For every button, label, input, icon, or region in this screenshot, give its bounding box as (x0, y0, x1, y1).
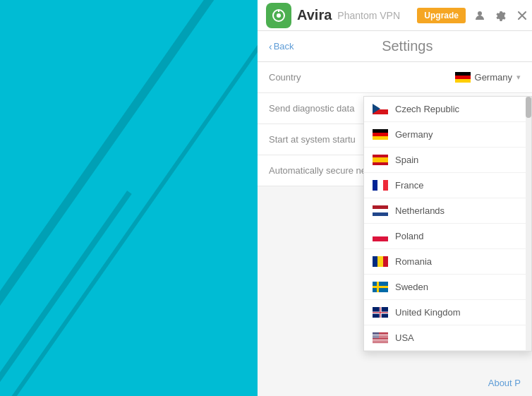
selected-country-name: Germany (475, 72, 512, 83)
app-subtitle: Phantom VPN (337, 10, 400, 21)
country-name-nl: Netherlands (395, 205, 445, 216)
fr-flag (373, 180, 388, 191)
country-name-se: Sweden (395, 282, 428, 292)
cz-flag (373, 104, 388, 114)
settings-icon-button[interactable] (491, 6, 511, 25)
back-label: Back (274, 41, 294, 52)
country-name-fr: France (395, 180, 423, 191)
list-item[interactable]: United Kingdom (364, 300, 531, 325)
upgrade-button[interactable]: Upgrade (417, 8, 466, 23)
title-bar: Avira Phantom VPN Upgrade (258, 0, 532, 31)
send-diagnostic-label: Send diagnostic data (269, 103, 354, 114)
about-link[interactable]: About P (488, 378, 521, 388)
pl-flag (373, 231, 388, 241)
nl-flag (373, 205, 388, 216)
country-selector[interactable]: Germany ▾ (455, 72, 521, 83)
country-dropdown[interactable]: Czech Republic Germany Spain (363, 96, 532, 352)
gb-flag (373, 307, 388, 318)
settings-title: Settings (294, 38, 521, 54)
app-logo-icon (266, 3, 291, 28)
country-name-es: Spain (395, 155, 418, 165)
settings-footer: About P (258, 369, 532, 396)
settings-header: ‹ Back Settings (258, 31, 532, 62)
us-flag (373, 332, 388, 343)
list-item[interactable]: France (364, 173, 531, 198)
country-name-pl: Poland (395, 231, 423, 241)
back-button[interactable]: ‹ Back (269, 41, 294, 52)
list-item[interactable]: Romania (364, 249, 531, 275)
list-item[interactable]: Sweden (364, 275, 531, 300)
country-name-us: USA (395, 332, 414, 343)
close-icon (518, 11, 526, 20)
app-panel: Avira Phantom VPN Upgrade (258, 0, 532, 396)
country-name-cz: Czech Republic (395, 104, 459, 114)
list-item[interactable]: Germany (364, 122, 531, 148)
title-bar-actions: Upgrade (417, 0, 532, 30)
list-item[interactable]: Spain (364, 148, 531, 173)
list-item[interactable]: USA (364, 325, 531, 351)
svg-point-3 (478, 11, 482, 16)
start-at-startup-label: Start at system startu (269, 134, 356, 145)
scrollbar-thumb[interactable] (526, 97, 531, 118)
country-name-de: Germany (395, 129, 433, 140)
svg-point-1 (277, 13, 281, 18)
scrollbar-track[interactable] (526, 97, 531, 351)
app-name: Avira (297, 7, 332, 23)
country-row: Country Germany ▾ (258, 62, 532, 93)
back-arrow-icon: ‹ (269, 41, 272, 52)
list-item[interactable]: Poland (364, 224, 531, 249)
logo-area: Avira Phantom VPN (266, 3, 400, 28)
bg-line-1 (0, 0, 226, 396)
germany-flag (455, 72, 471, 83)
country-name-ro: Romania (395, 256, 432, 267)
chevron-down-icon: ▾ (516, 73, 521, 82)
country-name-gb: United Kingdom (395, 307, 461, 318)
bg-line-3 (0, 191, 132, 396)
se-flag (373, 282, 388, 292)
es-flag (373, 155, 388, 165)
ro-flag (373, 256, 388, 267)
settings-content: Country Germany ▾ Send diagnostic data S… (258, 62, 532, 369)
user-icon (474, 10, 485, 21)
user-icon-button[interactable] (470, 6, 490, 25)
list-item[interactable]: Netherlands (364, 198, 531, 224)
country-label: Country (269, 72, 301, 83)
close-button[interactable] (512, 6, 532, 25)
list-item[interactable]: Czech Republic (364, 97, 531, 122)
de-flag (373, 129, 388, 140)
gear-icon (495, 10, 507, 21)
